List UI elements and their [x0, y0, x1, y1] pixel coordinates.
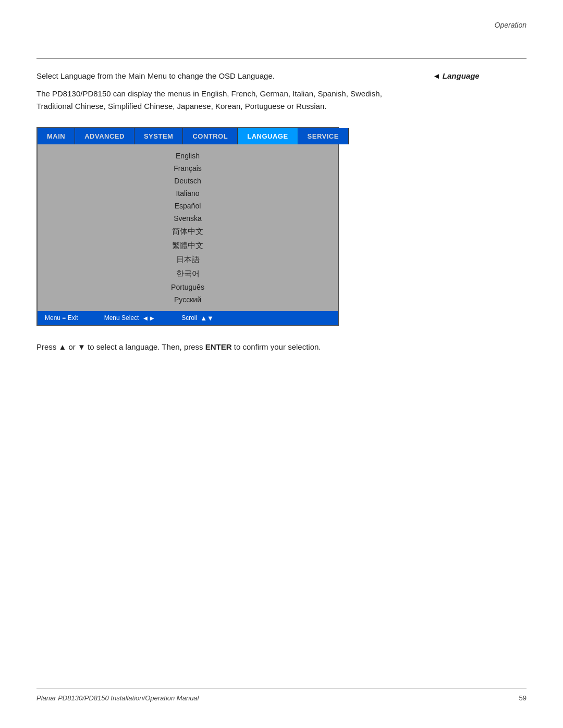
- lang-italiano[interactable]: Italiano: [38, 187, 338, 200]
- page-footer: Planar PD8130/PD8150 Installation/Operat…: [36, 688, 527, 702]
- lang-svenska[interactable]: Svenska: [38, 212, 338, 225]
- osd-select-arrows: ◄ ►: [142, 314, 155, 322]
- sidebar-language-label: ◄Language: [433, 71, 527, 80]
- top-rule: [36, 58, 527, 59]
- tab-control[interactable]: CONTROL: [183, 128, 238, 144]
- osd-bottom-bar: Menu = Exit Menu Select ◄ ► Scroll ▲: [38, 311, 338, 325]
- left-content: Select Language from the Main Menu to ch…: [36, 70, 412, 353]
- lang-francais[interactable]: Français: [38, 162, 338, 175]
- osd-scroll: Scroll ▲ ▼: [181, 314, 214, 322]
- intro-text-line2: The PD8130/PD8150 can display the menus …: [36, 88, 412, 113]
- tab-main[interactable]: MAIN: [38, 128, 75, 144]
- osd-menu: MAIN ADVANCED SYSTEM CONTROL LANGUAGE: [36, 127, 339, 326]
- lang-simplified-chinese[interactable]: 简体中文: [38, 225, 338, 239]
- instruction-text: Press ▲ or ▼ to select a language. Then,…: [36, 341, 412, 353]
- tab-service[interactable]: SERVICE: [298, 128, 349, 144]
- sidebar-arrow-icon: ◄: [433, 71, 440, 80]
- instruction-after: to confirm your selection.: [232, 342, 321, 351]
- right-sidebar: ◄Language: [433, 70, 527, 80]
- tab-advanced[interactable]: ADVANCED: [75, 128, 134, 144]
- intro-text-line1: Select Language from the Main Menu to ch…: [36, 70, 412, 82]
- lang-english[interactable]: English: [38, 150, 338, 162]
- tab-language[interactable]: LANGUAGE: [238, 128, 298, 144]
- osd-menu-select: Menu Select ◄ ►: [104, 314, 155, 322]
- content-area: Select Language from the Main Menu to ch…: [36, 70, 527, 353]
- lang-deutsch[interactable]: Deutsch: [38, 175, 338, 187]
- osd-menu-exit: Menu = Exit: [45, 314, 78, 322]
- footer-manual-title: Planar PD8130/PD8150 Installation/Operat…: [36, 694, 199, 702]
- language-list: English Français Deutsch Italiano Españo…: [38, 144, 338, 311]
- instruction-enter: ENTER: [205, 342, 232, 351]
- page-header: Operation: [495, 21, 527, 29]
- tab-system[interactable]: SYSTEM: [134, 128, 183, 144]
- lang-japanese[interactable]: 日本語: [38, 253, 338, 267]
- osd-scroll-arrows: ▲ ▼: [200, 314, 214, 322]
- lang-espanol[interactable]: Español: [38, 200, 338, 212]
- lang-korean[interactable]: 한국어: [38, 267, 338, 281]
- header-label: Operation: [495, 21, 527, 29]
- page-container: Operation Select Language from the Main …: [0, 0, 563, 728]
- menu-tabs: MAIN ADVANCED SYSTEM CONTROL LANGUAGE: [38, 128, 338, 144]
- lang-portugues[interactable]: Português: [38, 281, 338, 293]
- instruction-before: Press ▲ or ▼ to select a language. Then,…: [36, 342, 205, 351]
- sidebar-text: Language: [443, 71, 480, 80]
- lang-russian[interactable]: Русский: [38, 293, 338, 306]
- lang-traditional-chinese[interactable]: 繁體中文: [38, 239, 338, 253]
- footer-page-number: 59: [519, 694, 527, 702]
